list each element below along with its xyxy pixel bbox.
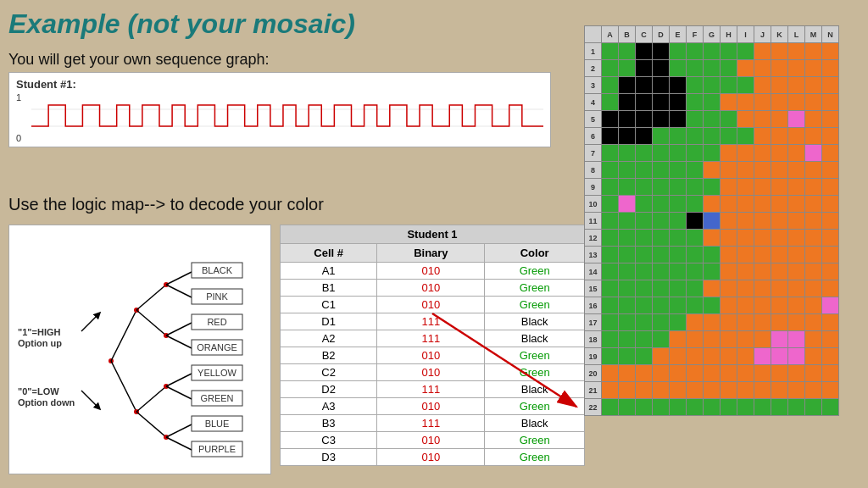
mosaic-cell: [822, 263, 839, 280]
mosaic-cell: [636, 162, 653, 179]
mosaic-col-header: M: [805, 26, 822, 43]
mosaic-row-header: 2: [585, 60, 602, 77]
mosaic-cell: [788, 213, 805, 230]
mosaic-cell: [805, 128, 822, 145]
mosaic-cell: [687, 382, 704, 399]
mosaic-row-header: 19: [585, 348, 602, 365]
mosaic-cell: [754, 331, 771, 348]
mosaic-cell: [636, 348, 653, 365]
mosaic-cell: [602, 43, 619, 60]
mosaic-row-header: 20: [585, 365, 602, 382]
cell-binary: 111: [377, 330, 485, 347]
mosaic-cell: [788, 280, 805, 297]
cell-binary: 111: [377, 313, 485, 330]
table-row: D2111Black: [281, 381, 585, 398]
mosaic-cell: [670, 213, 687, 230]
cell-number: B1: [281, 280, 377, 297]
seq-y-labels: 1 0: [16, 92, 21, 143]
mosaic-cell: [805, 297, 822, 314]
mosaic-cell: [805, 145, 822, 162]
mosaic-cell: [704, 213, 721, 230]
mosaic-cell: [721, 297, 737, 314]
cell-color: Black: [485, 313, 585, 330]
mosaic-cell: [687, 60, 704, 77]
mosaic-cell: [619, 128, 636, 145]
mosaic-cell: [805, 196, 822, 213]
mosaic-cell: [602, 382, 619, 399]
mosaic-cell: [788, 399, 805, 416]
mosaic-cell: [670, 314, 687, 331]
mosaic-cell: [653, 196, 670, 213]
mosaic-cell: [805, 60, 822, 77]
mosaic-cell: [670, 331, 687, 348]
mosaic-cell: [822, 280, 839, 297]
mosaic-cell: [687, 280, 704, 297]
mosaic-cell: [805, 230, 822, 247]
mosaic-col-header: L: [788, 26, 805, 43]
mosaic-cell: [721, 230, 737, 247]
mosaic-cell: [704, 247, 721, 263]
cell-number: D1: [281, 313, 377, 330]
mosaic-cell: [619, 111, 636, 128]
svg-line-25: [166, 374, 192, 386]
mosaic-cell: [653, 179, 670, 196]
mosaic-cell: [687, 365, 704, 382]
mosaic-cell: [670, 43, 687, 60]
mosaic-cell: [822, 399, 839, 416]
cell-binary: 111: [377, 415, 485, 432]
mosaic-cell: [619, 213, 636, 230]
mosaic-cell: [704, 399, 721, 416]
mosaic-cell: [670, 111, 687, 128]
mosaic-col-header: H: [721, 26, 737, 43]
mosaic-cell: [721, 314, 737, 331]
mosaic-cell: [619, 331, 636, 348]
logic-map-label: Use the logic map--> to decode your colo…: [8, 195, 324, 214]
mosaic-cell: [822, 145, 839, 162]
mosaic-cell: [619, 263, 636, 280]
mosaic-row: 17: [585, 314, 839, 331]
mosaic-cell: [636, 145, 653, 162]
mosaic-row-header: 9: [585, 179, 602, 196]
mosaic-cell: [602, 145, 619, 162]
svg-line-10: [111, 361, 136, 412]
mosaic-cell: [687, 247, 704, 263]
mosaic-row-header: 8: [585, 162, 602, 179]
mosaic-cell: [619, 382, 636, 399]
mosaic-cell: [737, 145, 754, 162]
mosaic-cell: [788, 331, 805, 348]
mosaic-cell: [687, 145, 704, 162]
mosaic-cell: [754, 230, 771, 247]
mosaic-cell: [602, 196, 619, 213]
student-table: Student 1 Cell # Binary Color A1010Green…: [280, 225, 585, 466]
mosaic-cell: [670, 365, 687, 382]
mosaic-cell: [771, 128, 788, 145]
mosaic-cell: [788, 179, 805, 196]
svg-text:BLUE: BLUE: [205, 419, 230, 429]
mosaic-cell: [602, 263, 619, 280]
mosaic-cell: [721, 179, 737, 196]
mosaic-cell: [771, 314, 788, 331]
mosaic-cell: [771, 196, 788, 213]
svg-line-23: [166, 323, 192, 336]
mosaic-cell: [737, 263, 754, 280]
mosaic-cell: [771, 230, 788, 247]
mosaic-cell: [754, 247, 771, 263]
mosaic-cell: [805, 162, 822, 179]
mosaic-cell: [636, 365, 653, 382]
mosaic-cell: [737, 128, 754, 145]
mosaic-cell: [653, 145, 670, 162]
table-row: D3010Green: [281, 449, 585, 466]
mosaic-cell: [670, 94, 687, 111]
mosaic-cell: [737, 399, 754, 416]
mosaic-cell: [619, 43, 636, 60]
mosaic-cell: [602, 365, 619, 382]
mosaic-cell: [687, 128, 704, 145]
mosaic-cell: [822, 111, 839, 128]
mosaic-cell: [788, 111, 805, 128]
mosaic-cell: [721, 77, 737, 94]
mosaic-cell: [636, 263, 653, 280]
cell-binary: 111: [377, 381, 485, 398]
mosaic-cell: [737, 196, 754, 213]
mosaic-cell: [704, 43, 721, 60]
mosaic-cell: [771, 60, 788, 77]
